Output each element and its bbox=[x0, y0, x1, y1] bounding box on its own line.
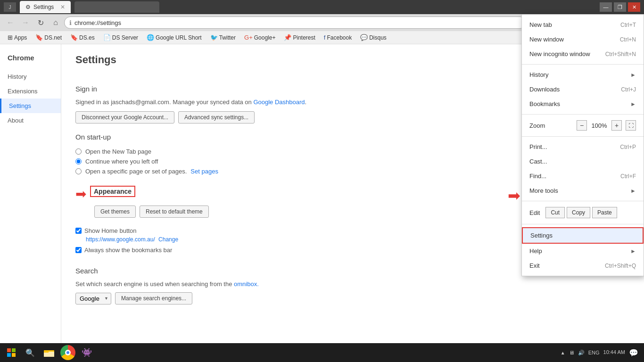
startup-continue-radio[interactable] bbox=[75, 158, 82, 165]
find-shortcut: Ctrl+F bbox=[620, 173, 636, 180]
chrome-taskbar-icon bbox=[60, 345, 75, 360]
dropdown-cast[interactable]: Cast... bbox=[522, 154, 644, 169]
sidebar-history-label: History bbox=[8, 73, 26, 80]
dropdown-settings[interactable]: Settings bbox=[522, 227, 644, 244]
set-pages-link[interactable]: Set pages bbox=[190, 168, 218, 175]
zoom-label: Zoom bbox=[529, 122, 573, 129]
cut-button[interactable]: Cut bbox=[545, 207, 565, 218]
dropdown-new-tab[interactable]: New tab Ctrl+T bbox=[522, 17, 644, 32]
file-explorer-icon bbox=[44, 348, 54, 357]
sidebar-item-settings[interactable]: Settings bbox=[0, 99, 61, 113]
home-button[interactable]: ⌂ bbox=[49, 16, 62, 29]
reset-theme-button[interactable]: Reset to default theme bbox=[140, 206, 209, 218]
dropdown-history[interactable]: History ► bbox=[522, 67, 644, 82]
appearance-title: Appearance bbox=[90, 186, 135, 197]
taskbar-file-explorer[interactable] bbox=[40, 343, 58, 362]
dropdown-section-tools: Print... Ctrl+P Cast... Find... Ctrl+F M… bbox=[522, 137, 644, 201]
omnibox-link[interactable]: omnibox. bbox=[234, 280, 259, 288]
sidebar-about-label: About bbox=[8, 117, 24, 124]
sidebar-item-extensions[interactable]: Extensions bbox=[0, 84, 61, 99]
sidebar-title: Chrome bbox=[0, 54, 61, 69]
more-tools-arrow-icon: ► bbox=[630, 188, 636, 194]
user-avatar: J bbox=[4, 2, 16, 12]
taskbar-search-button[interactable]: 🔍 bbox=[21, 343, 40, 362]
disqus-icon: 💬 bbox=[360, 34, 368, 41]
disconnect-account-button[interactable]: Disconnect your Google Account... bbox=[75, 111, 174, 123]
dropdown-exit[interactable]: Exit Ctrl+Shift+Q bbox=[522, 258, 644, 273]
startup-specific-radio[interactable] bbox=[75, 168, 82, 174]
taskbar-time: 10:44 AM bbox=[603, 349, 625, 356]
new-incognito-shortcut: Ctrl+Shift+N bbox=[605, 51, 636, 58]
startup-newtab-radio[interactable] bbox=[75, 148, 82, 155]
bookmark-googleplus[interactable]: G+ Google+ bbox=[240, 33, 279, 42]
bookmark-apps[interactable]: ⊞ Apps bbox=[4, 33, 31, 42]
url-input[interactable]: chrome://settings bbox=[74, 19, 521, 26]
bookmark-twitter[interactable]: 🐦 Twitter bbox=[206, 33, 239, 42]
sidebar-extensions-label: Extensions bbox=[8, 88, 38, 95]
fullscreen-button[interactable]: ⛶ bbox=[626, 120, 636, 131]
svg-rect-2 bbox=[7, 353, 11, 357]
manage-search-engines-button[interactable]: Manage search engines... bbox=[115, 292, 192, 304]
taskbar: 🔍 👾 ▲ 🖥 🔊 ENG 10:44 AM 💬 bbox=[0, 343, 644, 362]
bookmark-dsnet[interactable]: 🔖 DS.net bbox=[32, 33, 66, 42]
bookmark-pinterest[interactable]: 📌 Pinterest bbox=[280, 33, 319, 42]
start-button[interactable] bbox=[2, 343, 21, 362]
bookmark-google-url[interactable]: 🌐 Google URL Short bbox=[143, 33, 206, 42]
sidebar-item-history[interactable]: History bbox=[0, 69, 61, 84]
dropdown-more-tools[interactable]: More tools ► bbox=[522, 183, 644, 198]
bookmarks-label: Bookmarks bbox=[529, 100, 560, 107]
home-change-link[interactable]: Change bbox=[158, 236, 178, 243]
more-tools-label: More tools bbox=[529, 187, 558, 194]
bookmarks-arrow-icon: ► bbox=[630, 101, 636, 107]
dropdown-help[interactable]: Help ► bbox=[522, 244, 644, 258]
taskbar-app-icon[interactable]: 👾 bbox=[77, 343, 96, 362]
zoom-plus-button[interactable]: + bbox=[611, 120, 622, 131]
google-dashboard-link[interactable]: Google Dashboard bbox=[253, 99, 305, 106]
bookmark-dsserver-label: DS Server bbox=[112, 34, 138, 41]
new-tab-shortcut: Ctrl+T bbox=[620, 22, 636, 28]
paste-button[interactable]: Paste bbox=[592, 207, 617, 218]
dropdown-bookmarks[interactable]: Bookmarks ► bbox=[522, 97, 644, 111]
dsserver-icon: 📄 bbox=[103, 34, 111, 41]
forward-button[interactable]: → bbox=[19, 16, 32, 29]
active-tab[interactable]: ⚙ Settings ✕ bbox=[20, 1, 71, 13]
inactive-tab[interactable] bbox=[74, 1, 159, 13]
window-controls: — ❐ ✕ bbox=[600, 2, 640, 12]
google-url-icon: 🌐 bbox=[147, 34, 154, 41]
bookmark-dses[interactable]: 🔖 DS.es bbox=[66, 33, 99, 42]
advanced-sync-button[interactable]: Advanced sync settings... bbox=[178, 111, 255, 123]
taskbar-chrome[interactable] bbox=[58, 343, 77, 362]
minimize-button[interactable]: — bbox=[600, 2, 612, 12]
edit-row: Edit Cut Copy Paste bbox=[522, 204, 644, 221]
bookmark-facebook[interactable]: f Facebook bbox=[320, 33, 355, 42]
back-button[interactable]: ← bbox=[4, 16, 17, 29]
taskbar-up-arrow-icon: ▲ bbox=[561, 350, 565, 355]
bookmarks-bar-checkbox[interactable] bbox=[75, 247, 82, 253]
home-url-link[interactable]: https://www.google.com.au/ bbox=[86, 236, 155, 243]
bookmark-dsserver[interactable]: 📄 DS Server bbox=[99, 33, 142, 42]
dropdown-print[interactable]: Print... Ctrl+P bbox=[522, 140, 644, 154]
left-arrow-indicator: ➡ bbox=[75, 186, 86, 202]
dropdown-new-incognito[interactable]: New incognito window Ctrl+Shift+N bbox=[522, 47, 644, 61]
print-shortcut: Ctrl+P bbox=[620, 144, 636, 150]
bookmark-disqus[interactable]: 💬 Disqus bbox=[356, 33, 390, 42]
maximize-button[interactable]: ❐ bbox=[614, 2, 626, 12]
dropdown-new-window[interactable]: New window Ctrl+N bbox=[522, 32, 644, 47]
dropdown-menu: New tab Ctrl+T New window Ctrl+N New inc… bbox=[521, 14, 644, 276]
svg-rect-6 bbox=[44, 351, 49, 353]
address-bar[interactable]: ℹ chrome://settings bbox=[64, 16, 526, 29]
reload-button[interactable]: ↻ bbox=[34, 16, 47, 29]
search-engine-select[interactable]: Google bbox=[75, 293, 111, 304]
close-button[interactable]: ✕ bbox=[628, 2, 640, 12]
new-tab-label: New tab bbox=[529, 21, 552, 28]
tab-label: Settings bbox=[33, 4, 54, 10]
dropdown-find[interactable]: Find... Ctrl+F bbox=[522, 169, 644, 183]
zoom-minus-button[interactable]: − bbox=[577, 120, 587, 131]
bookmark-disqus-label: Disqus bbox=[369, 34, 387, 41]
get-themes-button[interactable]: Get themes bbox=[94, 206, 136, 218]
show-home-checkbox[interactable] bbox=[75, 228, 82, 234]
copy-button[interactable]: Copy bbox=[567, 207, 590, 218]
dropdown-downloads[interactable]: Downloads Ctrl+J bbox=[522, 82, 644, 97]
sidebar-item-about[interactable]: About bbox=[0, 113, 61, 128]
tab-close-icon[interactable]: ✕ bbox=[60, 4, 65, 10]
